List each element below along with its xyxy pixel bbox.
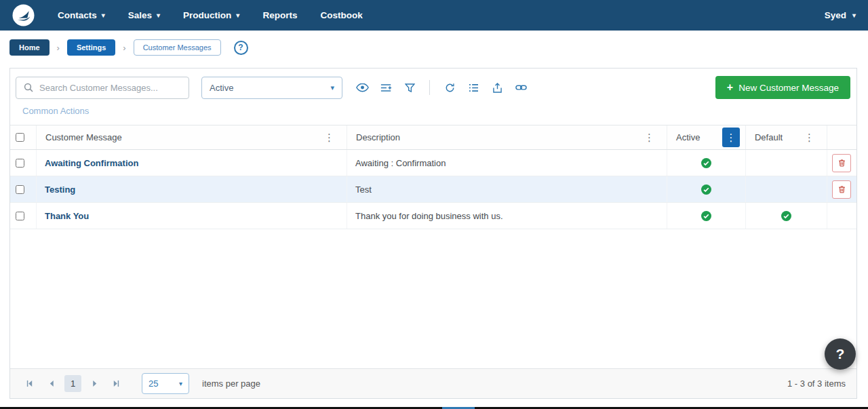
nav-sales[interactable]: Sales ▾ xyxy=(128,10,160,20)
column-menu-icon[interactable]: ⋮ xyxy=(321,132,337,142)
nav-reports-label: Reports xyxy=(262,10,297,20)
column-menu-icon[interactable]: ⋮ xyxy=(802,132,817,142)
nav-reports[interactable]: Reports xyxy=(262,10,297,20)
main-nav: Contacts ▾ Sales ▾ Production ▾ Reports … xyxy=(58,10,363,20)
nav-contacts-label: Contacts xyxy=(58,10,97,20)
column-header-customer-message: Customer Message xyxy=(45,132,122,142)
row-description: Test xyxy=(347,176,667,202)
chevron-down-icon: ▾ xyxy=(157,12,160,19)
list-icon[interactable] xyxy=(466,80,481,95)
help-fab-button[interactable]: ? xyxy=(825,338,856,370)
page-size-value: 25 xyxy=(149,378,158,389)
help-icon[interactable]: ? xyxy=(234,41,248,55)
page-number-button[interactable]: 1 xyxy=(64,375,81,392)
next-page-button[interactable] xyxy=(86,375,103,392)
table-row: Testing Test xyxy=(10,176,856,203)
row-checkbox[interactable] xyxy=(16,185,24,194)
breadcrumb-home[interactable]: Home xyxy=(9,39,50,56)
column-header-default: Default xyxy=(755,132,783,142)
link-icon[interactable] xyxy=(513,80,528,95)
nav-costbook[interactable]: Costbook xyxy=(320,10,362,20)
nav-costbook-label: Costbook xyxy=(320,10,362,20)
active-check-icon xyxy=(701,211,711,221)
customer-messages-grid: Customer Message ⋮ Description ⋮ Active … xyxy=(10,125,856,398)
search-input[interactable] xyxy=(39,83,182,93)
table-row: Thank You Thank you for doing business w… xyxy=(10,203,856,229)
row-checkbox[interactable] xyxy=(16,212,24,220)
new-customer-message-button[interactable]: + New Customer Message xyxy=(715,76,850,99)
customer-messages-panel: Active ▾ xyxy=(9,68,857,399)
chevron-down-icon: ▾ xyxy=(236,12,239,19)
customer-message-link[interactable]: Thank You xyxy=(45,211,89,221)
column-menu-icon[interactable]: ⋮ xyxy=(642,132,657,142)
filter-icon[interactable] xyxy=(402,80,417,95)
chevron-down-icon: ▾ xyxy=(179,381,182,387)
chevron-down-icon: ▾ xyxy=(330,84,334,92)
column-header-active: Active xyxy=(676,132,700,142)
nav-production-label: Production xyxy=(183,10,231,20)
eye-icon[interactable] xyxy=(355,80,370,95)
breadcrumb-current: Customer Messages xyxy=(134,39,221,56)
table-row: Awaiting Confirmation Awaiting : Confirm… xyxy=(10,150,856,176)
breadcrumb-separator-icon: › xyxy=(57,43,60,53)
plus-icon: + xyxy=(727,82,733,93)
previous-page-button[interactable] xyxy=(43,375,60,392)
toolbar-divider xyxy=(429,80,430,95)
grid-toolbar: Active ▾ xyxy=(10,69,856,103)
default-check-icon xyxy=(781,211,791,221)
first-page-button[interactable] xyxy=(21,375,38,392)
action-icon-group xyxy=(442,80,528,95)
refresh-icon[interactable] xyxy=(442,80,457,95)
chevron-down-icon: ▾ xyxy=(852,12,856,19)
customer-message-link[interactable]: Testing xyxy=(45,184,75,195)
export-icon[interactable] xyxy=(490,80,505,95)
top-navbar: Contacts ▾ Sales ▾ Production ▾ Reports … xyxy=(0,0,868,31)
delete-button[interactable] xyxy=(832,180,851,199)
view-icon-group xyxy=(355,80,417,95)
column-header-description: Description xyxy=(356,132,400,142)
new-customer-message-label: New Customer Message xyxy=(738,83,839,93)
row-description: Awaiting : Confirmation xyxy=(347,150,667,176)
search-box xyxy=(16,77,189,99)
column-menu-icon-active[interactable]: ⋮ xyxy=(722,128,740,147)
select-all-checkbox[interactable] xyxy=(16,133,24,142)
status-filter-dropdown[interactable]: Active ▾ xyxy=(201,77,342,99)
user-menu[interactable]: Syed ▾ xyxy=(825,10,856,20)
last-page-button[interactable] xyxy=(108,375,125,392)
row-checkbox[interactable] xyxy=(16,159,24,168)
table-header-row: Customer Message ⋮ Description ⋮ Active … xyxy=(10,125,856,150)
active-check-icon xyxy=(701,184,711,195)
pagination-bar: 1 25 ▾ items per page 1 - 3 of 3 items xyxy=(10,368,856,398)
search-icon xyxy=(23,83,33,93)
breadcrumb-settings[interactable]: Settings xyxy=(67,39,115,56)
nav-sales-label: Sales xyxy=(128,10,152,20)
page-size-dropdown[interactable]: 25 ▾ xyxy=(142,373,189,394)
user-name: Syed xyxy=(825,10,846,20)
delete-button[interactable] xyxy=(832,154,851,172)
breadcrumb: Home › Settings › Customer Messages ? xyxy=(0,31,868,64)
nav-production[interactable]: Production ▾ xyxy=(183,10,239,20)
chevron-down-icon: ▾ xyxy=(102,12,105,19)
nav-contacts[interactable]: Contacts ▾ xyxy=(58,10,105,20)
status-filter-value: Active xyxy=(210,83,233,93)
row-description: Thank you for doing business with us. xyxy=(347,203,667,229)
items-per-page-label: items per page xyxy=(202,378,260,389)
column-settings-icon[interactable] xyxy=(378,80,393,95)
customer-message-link[interactable]: Awaiting Confirmation xyxy=(45,158,138,168)
active-check-icon xyxy=(701,158,711,168)
grid-empty-area xyxy=(10,229,856,368)
common-actions-link[interactable]: Common Actions xyxy=(10,103,94,125)
breadcrumb-separator-icon: › xyxy=(123,43,125,53)
pagination-range-label: 1 - 3 of 3 items xyxy=(787,378,846,389)
app-logo-icon[interactable] xyxy=(12,4,35,26)
